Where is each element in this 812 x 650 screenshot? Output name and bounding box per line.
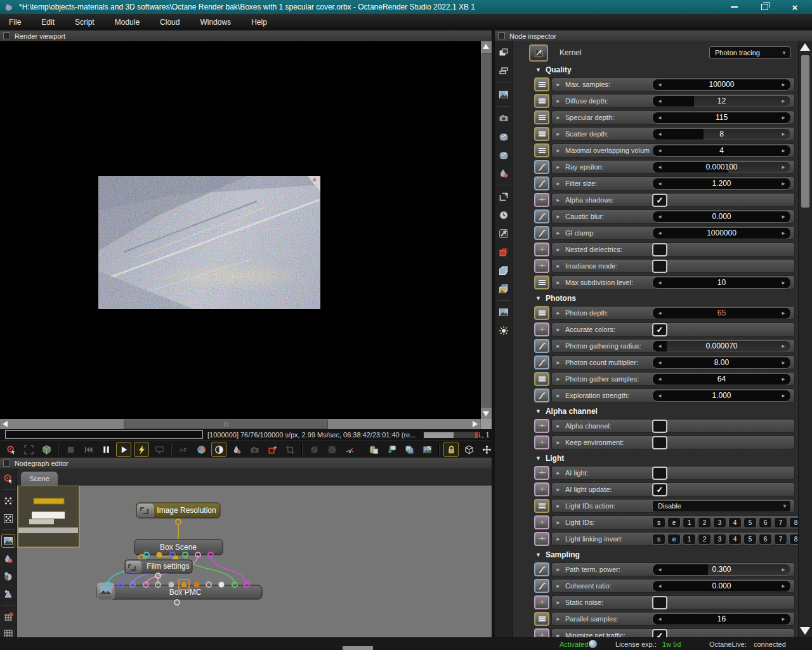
- increment-icon[interactable]: ►: [781, 616, 786, 622]
- animation-node-icon[interactable]: [497, 148, 511, 162]
- emission-preview-icon[interactable]: [1, 587, 15, 601]
- increment-icon[interactable]: ►: [781, 230, 786, 236]
- expander-icon[interactable]: ►: [556, 503, 563, 509]
- lock-resolution-icon[interactable]: [443, 442, 459, 457]
- bool-node-icon[interactable]: ⊣⊢: [534, 532, 549, 546]
- checkbox[interactable]: ✓: [652, 194, 667, 207]
- white-balance-picker-icon[interactable]: [211, 442, 226, 457]
- float-node-icon[interactable]: [534, 562, 549, 576]
- increment-icon[interactable]: ►: [781, 164, 786, 170]
- enum-node-icon[interactable]: [534, 499, 549, 513]
- pause-render-icon[interactable]: [98, 442, 114, 457]
- decrement-icon[interactable]: ◄: [657, 343, 662, 349]
- menu-cloud[interactable]: Cloud: [157, 16, 182, 29]
- light-id-button-7[interactable]: 7: [774, 534, 787, 545]
- material-node-icon[interactable]: [497, 166, 511, 180]
- pick-render-focus-icon[interactable]: [3, 442, 18, 457]
- increment-icon[interactable]: ►: [781, 360, 786, 366]
- pmc-port-out[interactable]: [174, 600, 180, 605]
- expander-icon[interactable]: ►: [556, 487, 563, 493]
- bool-node-icon[interactable]: ⊣⊢: [534, 242, 549, 256]
- expander-icon[interactable]: ►: [556, 343, 563, 349]
- decrement-icon[interactable]: ◄: [657, 148, 662, 154]
- value-slider[interactable]: 16◄►: [652, 613, 791, 625]
- save-image-icon[interactable]: [384, 442, 399, 457]
- passes-node-icon[interactable]: [497, 282, 511, 296]
- bool-node-icon[interactable]: ⊣⊢: [534, 435, 549, 449]
- expander-icon[interactable]: ►: [556, 327, 563, 333]
- light-id-button-7[interactable]: 7: [774, 517, 787, 528]
- nodegraph-canvas[interactable]: Image Resolution Box Scene: [17, 486, 492, 637]
- float-node-icon[interactable]: [534, 160, 549, 174]
- value-slider[interactable]: 0.000◄►: [652, 580, 791, 592]
- inspector-scrollbar[interactable]: [798, 41, 812, 637]
- section-header-light[interactable]: ▼Light: [535, 454, 793, 463]
- film-node-icon[interactable]: [497, 129, 511, 143]
- arrange-nodes-icon[interactable]: [1, 494, 15, 508]
- expander-icon[interactable]: ►: [556, 115, 563, 121]
- section-header-sampling[interactable]: ▼Sampling: [535, 550, 793, 559]
- light-id-button-8[interactable]: 8: [789, 534, 798, 545]
- section-header-quality[interactable]: ▼Quality: [535, 65, 793, 74]
- resolution-node-icon[interactable]: [497, 190, 511, 204]
- close-button[interactable]: ×: [788, 2, 802, 12]
- camera-view-icon[interactable]: [461, 442, 476, 457]
- increment-icon[interactable]: ►: [781, 181, 786, 187]
- pmc-port-10[interactable]: [219, 582, 225, 588]
- bool-node-icon[interactable]: ⊣⊢: [534, 482, 549, 496]
- expander-icon[interactable]: ►: [556, 520, 563, 526]
- expander-icon[interactable]: ►: [556, 600, 563, 606]
- value-slider[interactable]: 100000◄►: [652, 79, 791, 91]
- restart-render-icon[interactable]: [81, 442, 96, 457]
- decrement-icon[interactable]: ◄: [657, 376, 662, 382]
- object-picker-icon[interactable]: [265, 442, 280, 457]
- scroll-down-icon[interactable]: [800, 627, 810, 635]
- expander-icon[interactable]: ►: [556, 82, 563, 88]
- increment-icon[interactable]: ►: [781, 280, 786, 286]
- color-wheel-icon[interactable]: [193, 442, 209, 457]
- decrement-icon[interactable]: ◄: [657, 583, 662, 589]
- light-id-button-5[interactable]: 5: [743, 517, 757, 528]
- expander-icon[interactable]: ►: [556, 376, 563, 382]
- value-slider[interactable]: 115◄►: [652, 112, 791, 124]
- light-id-button-2[interactable]: 2: [698, 517, 711, 528]
- value-slider[interactable]: 0.300◄►: [652, 564, 791, 576]
- expander-icon[interactable]: ►: [556, 197, 563, 203]
- vertical-scroll-thumb[interactable]: [481, 53, 492, 408]
- kernel-type-dropdown[interactable]: Photon tracing ▼: [709, 46, 790, 59]
- value-slider[interactable]: 1.000◄►: [652, 390, 791, 402]
- increment-icon[interactable]: ►: [781, 214, 786, 220]
- decrement-icon[interactable]: ◄: [657, 310, 662, 316]
- bool-node-icon[interactable]: ⊣⊢: [534, 419, 549, 433]
- int-node-icon[interactable]: [534, 77, 549, 91]
- expander-icon[interactable]: ►: [556, 310, 563, 316]
- section-header-photons[interactable]: ▼Photons: [535, 294, 793, 303]
- material-picker-icon[interactable]: [229, 442, 244, 457]
- expander-icon[interactable]: ►: [556, 440, 563, 446]
- pmc-port-7[interactable]: [181, 582, 187, 588]
- pmc-port-8[interactable]: [194, 582, 200, 588]
- expander-icon[interactable]: ►: [556, 423, 563, 429]
- menu-help[interactable]: Help: [249, 16, 270, 29]
- value-slider[interactable]: 64◄►: [652, 373, 791, 385]
- expander-icon[interactable]: ►: [556, 214, 563, 220]
- viewport-horizontal-scrollbar[interactable]: [0, 419, 480, 429]
- geometry-node-icon[interactable]: [497, 245, 511, 259]
- value-slider[interactable]: 12◄►: [652, 95, 791, 107]
- expander-icon[interactable]: ►: [556, 98, 563, 104]
- int-node-icon[interactable]: [534, 127, 549, 141]
- expander-icon[interactable]: ►: [556, 470, 563, 476]
- node-film-settings[interactable]: Film settings: [125, 556, 192, 579]
- bool-node-icon[interactable]: ⊣⊢: [534, 628, 549, 637]
- menu-edit[interactable]: Edit: [39, 16, 57, 29]
- float-node-icon[interactable]: [534, 176, 549, 190]
- int-node-icon[interactable]: [534, 612, 549, 626]
- float-node-icon[interactable]: [534, 226, 549, 240]
- decrement-icon[interactable]: ◄: [657, 115, 662, 121]
- decrement-icon[interactable]: ◄: [657, 214, 662, 220]
- light-id-button-5[interactable]: 5: [743, 534, 757, 545]
- save-all-passes-icon[interactable]: [402, 442, 417, 457]
- decrement-icon[interactable]: ◄: [657, 616, 662, 622]
- stacked-windows-icon[interactable]: [497, 46, 511, 60]
- refresh-render-icon[interactable]: [134, 442, 149, 457]
